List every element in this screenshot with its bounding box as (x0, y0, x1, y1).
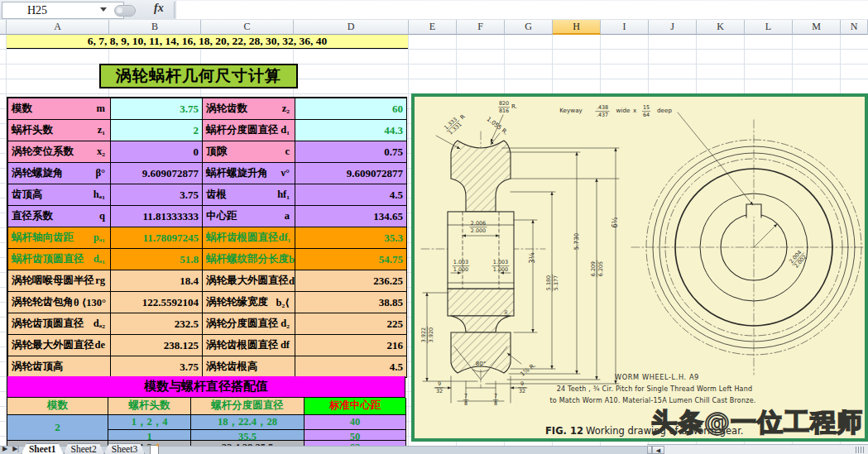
param-label-cell[interactable]: 涡轮变位系数x₂ (8, 141, 111, 163)
name-box-dropdown-icon[interactable] (100, 7, 107, 12)
param-label-cell[interactable]: 模数m (8, 98, 111, 120)
match-header[interactable]: 螺杆头数 (108, 398, 191, 415)
param-label-cell[interactable]: 涡轮齿根高 (203, 356, 295, 378)
column-header-K[interactable]: K (697, 20, 745, 35)
module-series-row[interactable]: 6, 7, 8, 9, 10, 11, 14, 16, 18, 20, 22, … (7, 35, 408, 49)
param-value-cell[interactable]: 38.85 (295, 292, 407, 313)
column-header-H[interactable]: H (553, 20, 601, 35)
sheet-title[interactable]: 涡轮蜗杆几何尺寸计算 (99, 64, 298, 88)
svg-text:1.003: 1.003 (493, 259, 508, 265)
param-label-cell[interactable]: 涡轮分度圆直径d₂ (203, 313, 295, 335)
param-label-cell[interactable]: 蜗杆齿顶圆直径dₐ₁ (8, 249, 111, 270)
param-label-cell[interactable]: 涡轮最大外圆直径de (8, 335, 111, 356)
sheet-tab-sheet3[interactable]: Sheet3 (104, 443, 145, 454)
scrollbar-grip[interactable] (856, 447, 866, 453)
match-header[interactable]: 模数 (7, 398, 108, 415)
param-label-cell[interactable]: 直径系数q (8, 206, 111, 227)
param-label-cell[interactable]: 涡轮咽喉母圆半径rg (8, 270, 111, 292)
param-value-cell[interactable]: 0 (111, 141, 203, 163)
param-value-cell[interactable]: 4.5 (295, 356, 407, 378)
param-label-cell[interactable]: 涡轮螺旋角β° (8, 163, 111, 184)
drawing-note: WORM WHEEL-L.H. A9 (615, 373, 699, 381)
match-table-banner[interactable]: 模数与螺杆直径搭配值 (7, 376, 405, 398)
param-label-cell[interactable]: 齿顶高hₐ₁ (8, 184, 111, 206)
column-header-E[interactable]: E (409, 20, 457, 35)
insert-worksheet-button[interactable]: ✦ (148, 444, 161, 454)
calc-table: 模数m3.75涡轮齿数z₂60蜗杆头数z₁2蜗杆分度圆直径d₁44.3涡轮变位系… (7, 97, 407, 378)
dia-cell[interactable]: 18，22.4，28 (191, 415, 305, 430)
param-value-cell[interactable]: 232.5 (111, 313, 203, 335)
column-header-L[interactable]: L (745, 20, 793, 35)
heads-cell[interactable]: 1 (108, 430, 191, 441)
column-header-F[interactable]: F (457, 20, 505, 35)
center-cell[interactable]: 40 (305, 415, 406, 430)
param-value-cell[interactable]: 236.25 (295, 270, 407, 292)
param-value-cell[interactable]: 216 (295, 335, 407, 356)
param-value-cell[interactable]: 122.5592104 (111, 292, 203, 313)
column-header-gutter[interactable] (0, 20, 7, 35)
param-value-cell[interactable]: 2 (111, 120, 203, 141)
column-header-I[interactable]: I (601, 20, 649, 35)
param-label-cell[interactable]: 涡轮轮缘宽度b₂⟨ (203, 292, 295, 313)
param-value-cell[interactable]: 225 (295, 313, 407, 335)
tab-nav-button[interactable]: ▶ (0, 443, 10, 454)
param-label-cell[interactable]: 蜗杆轴向齿距pₐ₁ (8, 227, 111, 249)
scrollbar-track[interactable] (664, 445, 856, 454)
match-header[interactable]: 螺杆分度圆直径 (191, 398, 305, 415)
param-value-cell[interactable]: 134.65 (295, 206, 407, 227)
param-label-cell[interactable]: 蜗杆头数z₁ (8, 120, 111, 141)
column-header-D[interactable]: D (294, 20, 409, 35)
param-value-cell[interactable]: 4.5 (295, 184, 407, 206)
param-label-cell[interactable]: 涡轮齿数z₂ (203, 98, 295, 120)
fx-icon[interactable]: fx (154, 2, 164, 15)
column-header-G[interactable]: G (505, 20, 553, 35)
column-header-C[interactable]: C (201, 20, 294, 35)
param-label-cell[interactable]: 顶隙c (203, 141, 295, 163)
param-value-cell[interactable]: 3.75 (111, 184, 203, 206)
sheet-tab-sheet2[interactable]: Sheet2 (64, 443, 104, 454)
scroll-left-button[interactable]: ◀ (652, 446, 664, 454)
param-label-cell[interactable]: 涡轮齿顶圆直径dₐ₂ (8, 313, 111, 335)
column-header-M[interactable]: M (793, 20, 841, 35)
column-header-A[interactable]: A (7, 20, 109, 35)
param-value-cell[interactable]: 9.609072877 (295, 163, 407, 184)
param-value-cell[interactable]: 51.8 (111, 249, 203, 270)
param-value-cell[interactable]: 0.75 (295, 141, 407, 163)
param-value-cell[interactable]: 18.4 (111, 270, 203, 292)
formula-input[interactable] (175, 1, 868, 19)
param-label-cell[interactable]: 齿根hf₁ (203, 184, 295, 206)
param-value-cell[interactable]: 238.125 (111, 335, 203, 356)
param-value-cell[interactable]: 9.609072877 (111, 163, 203, 184)
worm-gear-drawing-image[interactable]: 820816R.1.3331.331R1.055 R.Keyway.438.43… (411, 93, 868, 442)
param-label-cell[interactable]: 蜗杆分度圆直径d₁ (203, 120, 295, 141)
module-cell[interactable]: 2 (7, 415, 108, 441)
param-value-cell[interactable]: 11.78097245 (111, 227, 203, 249)
match-header[interactable]: 标准中心距 (305, 398, 406, 415)
sheet-tab-sheet1[interactable]: Sheet1 (22, 443, 64, 454)
dia-cell[interactable]: 35.5 (191, 430, 305, 441)
param-value-cell[interactable]: 35.3 (295, 227, 407, 249)
tab-nav-button[interactable]: ▶| (10, 443, 22, 454)
param-label-cell[interactable]: 中心距a (203, 206, 295, 227)
formula-bar-button[interactable] (114, 5, 136, 17)
param-label-cell[interactable]: 蜗杆齿根圆直径df₁ (203, 227, 295, 249)
center-cell[interactable]: 50 (305, 430, 406, 441)
param-value-cell[interactable]: 60 (295, 98, 407, 120)
column-header-B[interactable]: B (109, 20, 201, 35)
param-label-cell[interactable]: 蜗杆螺纹部分长度b₁⟩ (203, 249, 295, 270)
param-value-cell[interactable]: 3.75 (111, 98, 203, 120)
param-value-cell[interactable]: 54.75 (295, 249, 407, 270)
param-value-cell[interactable]: 3.75 (111, 356, 203, 378)
horizontal-scrollbar[interactable]: ◀ (647, 444, 868, 454)
sheet-grid[interactable]: 6, 7, 8, 9, 10, 11, 14, 16, 18, 20, 22, … (0, 35, 868, 454)
param-label-cell[interactable]: 涡轮齿根圆直径df (203, 335, 295, 356)
column-header-N[interactable]: N (841, 20, 868, 35)
param-label-cell[interactable]: 涡轮齿顶高 (8, 356, 111, 378)
param-label-cell[interactable]: 涡轮最大外圆直径de₂⟨ (203, 270, 295, 292)
param-value-cell[interactable]: 44.3 (295, 120, 407, 141)
heads-cell[interactable]: 1，2，4 (108, 415, 191, 430)
param-label-cell[interactable]: 蜗杆螺旋升角ν° (203, 163, 295, 184)
param-value-cell[interactable]: 11.81333333 (111, 206, 203, 227)
param-label-cell[interactable]: 涡轮轮齿包角θ ⟨130° (8, 292, 111, 313)
column-header-J[interactable]: J (649, 20, 697, 35)
